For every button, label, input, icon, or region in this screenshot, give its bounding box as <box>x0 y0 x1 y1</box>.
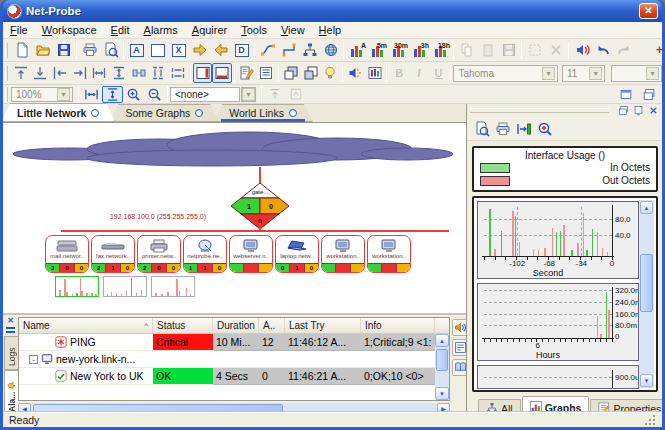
print-preview-button[interactable] <box>100 40 121 60</box>
device-workstation[interactable]: workstation.. <box>321 235 365 273</box>
fit-height-button[interactable] <box>102 86 123 103</box>
alarm-table[interactable]: Name^StatusDurationA..Last TryInfo PINGC… <box>18 317 450 401</box>
space-evenly-button[interactable] <box>129 63 149 83</box>
device-netprobe-ne[interactable]: netprobe.ne..110 <box>183 235 227 273</box>
export-button[interactable] <box>189 40 210 60</box>
graph-print-button[interactable] <box>492 119 513 139</box>
align-left-button[interactable] <box>50 63 70 83</box>
lightbulb-button[interactable] <box>321 63 341 83</box>
tab-little-network[interactable]: Little Network <box>3 103 115 122</box>
cell-name[interactable]: PING <box>19 334 153 351</box>
mini-graph-3[interactable] <box>151 276 195 297</box>
menu-item-workspace[interactable]: Workspace <box>35 23 104 37</box>
toolbar-grip[interactable] <box>5 66 8 81</box>
float-panel-icon[interactable] <box>617 105 630 116</box>
toolbar-overflow-icon[interactable]: + <box>656 43 662 57</box>
same-width-button[interactable] <box>168 63 188 83</box>
underline-button[interactable]: U <box>429 63 449 83</box>
close-panel-icon[interactable] <box>647 105 660 116</box>
chart-30m-button[interactable]: 30m <box>388 40 409 60</box>
toolbar-grip[interactable] <box>5 87 8 102</box>
graph-partial[interactable]: 900.0u <box>477 365 639 389</box>
send-back-button[interactable] <box>301 63 321 83</box>
cell-name[interactable]: New York to UK <box>19 368 153 385</box>
dock-panel-button[interactable] <box>615 86 636 103</box>
discover-globe-button[interactable] <box>320 40 341 60</box>
graph-fit-button[interactable] <box>513 119 534 139</box>
panel-drag-grip[interactable] <box>470 108 609 113</box>
alarm-row-ping[interactable]: PINGCritical10 Mi...1211:46:12 A...1;Cri… <box>19 334 449 351</box>
column-header-info[interactable]: Info <box>361 318 435 333</box>
network-tree-button[interactable] <box>299 40 320 60</box>
side-tab-logs[interactable]: Logs <box>4 336 18 370</box>
edit-notes-button[interactable] <box>237 63 257 83</box>
layer-select-arrow[interactable]: ▼ <box>241 87 256 102</box>
delete-button[interactable] <box>545 40 566 60</box>
cell-name[interactable]: -new-york.link-n... <box>19 351 153 368</box>
align-right-button[interactable] <box>70 63 90 83</box>
properties-list-button[interactable] <box>257 63 277 83</box>
sound-test-button[interactable] <box>345 63 365 83</box>
panel-right-toggle[interactable] <box>193 63 213 83</box>
panel-bottom-toggle[interactable] <box>212 63 232 83</box>
paste-button[interactable] <box>477 40 498 60</box>
device-webserver-n[interactable]: webserver.n.. <box>229 235 273 273</box>
alarm-table-vscrollbar[interactable]: ▲ ▼ <box>435 334 449 400</box>
redo-button[interactable] <box>613 40 634 60</box>
vscroll-thumb[interactable] <box>436 349 448 371</box>
graphs-container[interactable]: 80.040.0-102-68-340Second320.0m240.0m160… <box>472 196 658 392</box>
select-region-button[interactable] <box>524 40 545 60</box>
new-button[interactable] <box>11 40 32 60</box>
distribute-horizontal-button[interactable] <box>89 63 109 83</box>
menu-item-alarms[interactable]: Alarms <box>137 23 185 37</box>
expander-icon[interactable]: - <box>29 355 38 364</box>
menu-item-edit[interactable]: Edit <box>104 23 137 37</box>
column-header-name[interactable]: Name^ <box>19 318 153 333</box>
save-button[interactable] <box>53 40 74 60</box>
device-mail-networ[interactable]: mail.networ..300 <box>45 235 89 273</box>
alarm-sound-button[interactable] <box>571 40 592 60</box>
column-header-duration[interactable]: Duration <box>213 318 259 333</box>
chart-18h-button[interactable]: 18h <box>430 40 451 60</box>
save-all-button[interactable] <box>498 40 519 60</box>
image-d-button[interactable]: D <box>231 40 252 60</box>
sound-mixer-button[interactable] <box>365 63 385 83</box>
open-button[interactable] <box>32 40 53 60</box>
tab-some-graphs[interactable]: Some Graphs <box>109 104 219 122</box>
graph-seconds[interactable]: 80.040.0-102-68-340Second <box>477 201 639 279</box>
graphs-scroll-thumb[interactable] <box>640 254 653 312</box>
alarm-row-new-york-link-n[interactable]: -new-york.link-n... <box>19 351 449 368</box>
layer-top-button[interactable] <box>285 86 306 103</box>
panel-dock-icon[interactable] <box>6 327 15 329</box>
graph-zoom-button[interactable] <box>534 119 555 139</box>
column-header-a[interactable]: A.. <box>259 318 285 333</box>
scroll-down-icon[interactable]: ▼ <box>435 387 449 400</box>
zoom-out-button[interactable] <box>144 86 165 103</box>
graph-hours[interactable]: 320.0m240.0m160.0m80.0m06Hours <box>477 283 639 361</box>
image-x-button[interactable]: X <box>168 40 189 60</box>
menu-item-tools[interactable]: Tools <box>234 23 274 37</box>
float-panel-button[interactable] <box>638 86 659 103</box>
same-height-button[interactable] <box>148 63 168 83</box>
device-fax-network[interactable]: fax.network..210 <box>91 235 135 273</box>
scroll-up-icon[interactable]: ▲ <box>435 334 449 347</box>
menu-item-aquirer[interactable]: Aquirer <box>185 23 234 37</box>
import-button[interactable] <box>210 40 231 60</box>
column-header-status[interactable]: Status <box>153 318 213 333</box>
layer-up-button[interactable] <box>264 86 285 103</box>
zoom-in-button[interactable] <box>123 86 144 103</box>
align-top-button[interactable] <box>11 63 31 83</box>
menu-item-file[interactable]: File <box>3 23 35 37</box>
close-button[interactable]: ✕ <box>639 3 658 19</box>
bring-front-button[interactable] <box>281 63 301 83</box>
distribute-vertical-button[interactable] <box>109 63 129 83</box>
panel-close-icon[interactable]: ✕ <box>7 317 14 325</box>
device-printer-netw[interactable]: printer.netw..200 <box>137 235 181 273</box>
mini-graph-2[interactable] <box>103 276 147 297</box>
link-curve-button[interactable] <box>257 40 278 60</box>
scroll-down-icon[interactable]: ▼ <box>640 374 653 387</box>
image-a-button[interactable]: A <box>126 40 147 60</box>
toolbar-grip[interactable] <box>5 43 8 58</box>
map-canvas[interactable]: gate... 1 0 0 192.168.100.0 (255.255.255… <box>3 123 466 313</box>
graphs-panel-header[interactable] <box>467 104 662 117</box>
